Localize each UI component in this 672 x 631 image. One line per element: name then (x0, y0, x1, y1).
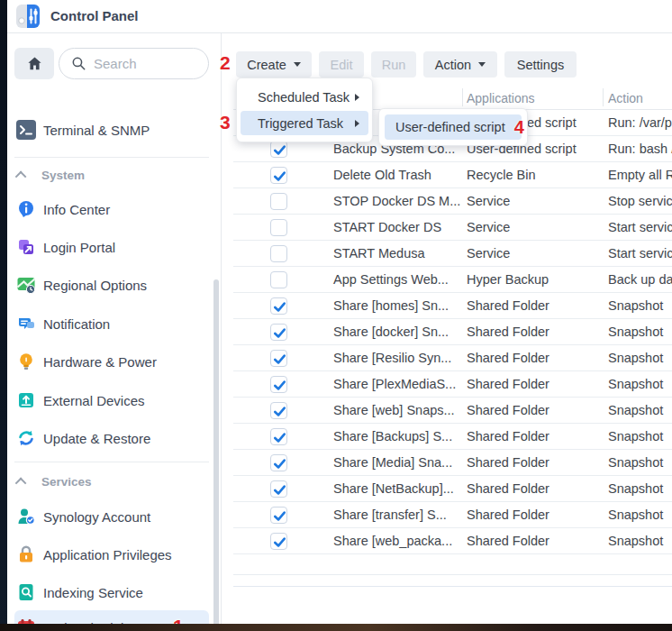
action-button[interactable]: Action (423, 51, 497, 78)
sidebar-item-info-center[interactable]: Info Center (14, 196, 209, 223)
run-button[interactable]: Run (371, 51, 416, 78)
row-checkbox[interactable] (270, 402, 287, 419)
check-icon (272, 456, 287, 471)
action-cell: Snapshot (608, 345, 663, 371)
triggered-task-submenu: User-defined script 4 (378, 108, 528, 146)
search-input[interactable] (94, 56, 193, 71)
sidebar-item-indexing-service[interactable]: Indexing Service (14, 579, 209, 606)
sidebar-item-terminal-snmp[interactable]: Terminal & SNMP (14, 116, 209, 143)
table-row[interactable]: START Medusa Service Start servic (222, 241, 672, 267)
row-checkbox[interactable] (270, 507, 287, 524)
sidebar-scrollbar[interactable] (213, 279, 219, 624)
sidebar-item-hardware-power[interactable]: Hardware & Power (14, 348, 209, 375)
sidebar-item-regional-options[interactable]: Regional Options (14, 271, 209, 298)
menu-item-scheduled-task[interactable]: Scheduled Task (241, 85, 368, 109)
column-header-applications[interactable]: Applications (467, 87, 535, 110)
action-cell: Snapshot (608, 293, 663, 319)
action-cell: Snapshot (608, 398, 663, 424)
section-label: System (41, 169, 85, 182)
annotation-3: 3 (220, 112, 231, 133)
task-name-cell: Share [Resilio Syn... (333, 345, 451, 371)
row-checkbox[interactable] (270, 533, 287, 550)
update-restore-icon (16, 428, 36, 448)
application-cell: Shared Folder (467, 371, 549, 398)
sidebar-item-label: Update & Restore (43, 431, 150, 446)
table-row[interactable]: Share [Resilio Syn... Shared Folder Snap… (222, 345, 672, 371)
row-checkbox[interactable] (270, 454, 287, 471)
action-cell: Snapshot (608, 476, 663, 502)
sidebar-item-label: Application Privileges (43, 547, 172, 562)
check-icon (272, 535, 287, 550)
control-panel-window: Control Panel Terminal & SNMP System Inf… (7, 0, 672, 624)
window-title: Control Panel (50, 0, 139, 32)
home-button[interactable] (14, 48, 54, 79)
sidebar-item-notification[interactable]: Notification (14, 310, 209, 337)
application-cell: Shared Folder (467, 398, 549, 424)
edit-button[interactable]: Edit (319, 51, 364, 78)
account-icon (16, 507, 36, 526)
application-cell: Shared Folder (467, 319, 549, 345)
submenu-arrow-icon (355, 94, 359, 101)
table-row[interactable]: Share [docker] Sn... Shared Folder Snaps… (222, 319, 672, 345)
sidebar-item-external-devices[interactable]: External Devices (14, 387, 209, 414)
row-checkbox[interactable] (270, 141, 287, 158)
action-cell: Snapshot (608, 502, 663, 528)
row-checkbox[interactable] (270, 350, 287, 367)
window-titlebar: Control Panel (7, 0, 672, 33)
external-device-icon (16, 390, 36, 410)
row-checkbox[interactable] (270, 219, 287, 236)
sidebar-section-services[interactable]: Services (18, 471, 209, 491)
sidebar-item-update-restore[interactable]: Update & Restore (14, 425, 209, 452)
row-checkbox[interactable] (270, 428, 287, 445)
table-footer-line (233, 586, 672, 587)
row-checkbox[interactable] (270, 193, 287, 210)
sidebar-item-login-portal[interactable]: Login Portal (14, 233, 209, 261)
table-row[interactable]: START Docker DS Service Start servic (222, 215, 672, 241)
table-row[interactable]: App Settings Web... Hyper Backup Back up… (222, 267, 672, 293)
row-checkbox[interactable] (270, 271, 287, 288)
sidebar-item-application-privileges[interactable]: Application Privileges (14, 541, 209, 568)
table-row[interactable]: Delete Old Trash Recycle Bin Empty all R (222, 162, 672, 188)
table-row[interactable]: Share [NetBackup]... Shared Folder Snaps… (222, 476, 672, 502)
chevron-up-icon (15, 170, 27, 182)
run-button-label: Run (382, 58, 406, 72)
application-cell: Hyper Backup (467, 267, 549, 293)
row-checkbox[interactable] (270, 480, 287, 498)
row-checkbox[interactable] (270, 297, 287, 315)
row-checkbox[interactable] (270, 324, 287, 341)
row-checkbox[interactable] (270, 167, 287, 184)
sidebar-item-synology-account[interactable]: Synology Account (14, 503, 209, 530)
table-row[interactable]: Share [transfer] S... Shared Folder Snap… (222, 502, 672, 528)
edit-button-label: Edit (331, 58, 353, 72)
sidebar-item-label: Notification (43, 316, 110, 332)
task-name-cell: Share [web_packa... (333, 528, 452, 554)
table-row[interactable]: Share [web_packa... Shared Folder Snapsh… (222, 528, 672, 554)
sidebar-item-label: Hardware & Power (43, 354, 157, 370)
sidebar-item-label: Login Portal (43, 240, 115, 255)
action-cell: Snapshot (608, 528, 663, 554)
column-header-action[interactable]: Action (608, 87, 643, 110)
table-row[interactable]: Share [Media] Sna... Shared Folder Snaps… (222, 450, 672, 476)
menu-item-label: Triggered Task (258, 116, 343, 131)
annotation-2: 2 (220, 52, 231, 74)
chevron-up-icon (15, 477, 27, 489)
check-icon (272, 352, 287, 367)
table-row[interactable]: Share [PlexMediaS... Shared Folder Snaps… (222, 371, 672, 398)
application-cell: Service (467, 215, 510, 241)
home-icon (26, 55, 43, 72)
table-row[interactable]: Share [web] Snaps... Shared Folder Snaps… (222, 398, 672, 424)
control-panel-icon (16, 5, 40, 32)
menu-item-triggered-task[interactable]: Triggered Task (241, 111, 368, 135)
sidebar-section-system[interactable]: System (18, 165, 209, 185)
row-checkbox[interactable] (270, 376, 287, 393)
table-row[interactable]: Share [homes] Sn... Shared Folder Snapsh… (222, 293, 672, 319)
create-button[interactable]: Create (236, 51, 312, 78)
menu-item-user-defined-script[interactable]: User-defined script 4 (385, 114, 522, 140)
table-row[interactable]: STOP Docker DS M... Service Stop servic (222, 188, 672, 215)
search-box[interactable] (59, 48, 209, 79)
desktop-wallpaper-strip (0, 624, 672, 631)
table-row[interactable]: Share [Backups] S... Shared Folder Snaps… (222, 424, 672, 450)
settings-button[interactable]: Settings (504, 51, 577, 78)
row-checkbox[interactable] (270, 245, 287, 262)
check-icon (272, 508, 287, 524)
